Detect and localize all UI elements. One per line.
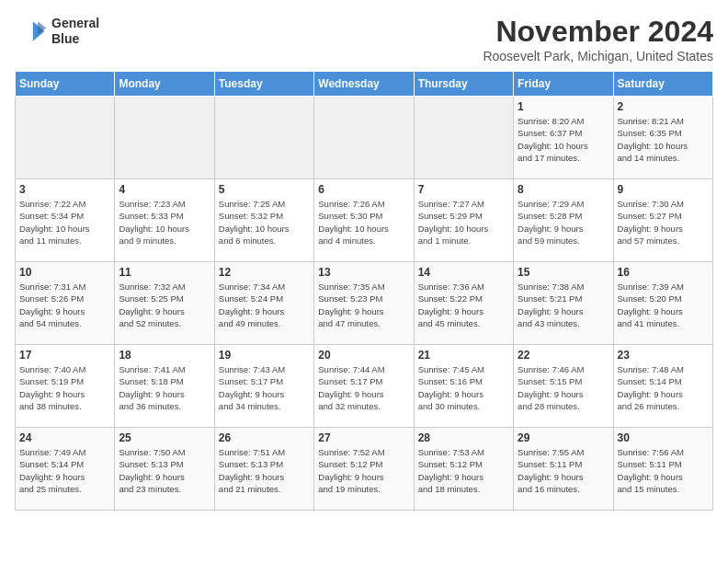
day-number: 4 <box>119 183 210 196</box>
day-number: 2 <box>618 100 709 113</box>
day-number: 15 <box>518 266 609 279</box>
calendar-cell: 22Sunrise: 7:46 AM Sunset: 5:15 PM Dayli… <box>514 345 613 428</box>
day-info: Sunrise: 7:45 AM Sunset: 5:16 PM Dayligh… <box>418 363 509 412</box>
day-info: Sunrise: 7:22 AM Sunset: 5:34 PM Dayligh… <box>19 198 110 247</box>
day-number: 13 <box>318 266 409 279</box>
header-cell-wednesday: Wednesday <box>314 72 414 97</box>
day-number: 14 <box>418 266 509 279</box>
day-info: Sunrise: 7:40 AM Sunset: 5:19 PM Dayligh… <box>19 363 110 412</box>
calendar-body: 1Sunrise: 8:20 AM Sunset: 6:37 PM Daylig… <box>16 97 713 511</box>
day-number: 26 <box>219 431 310 444</box>
calendar-cell: 17Sunrise: 7:40 AM Sunset: 5:19 PM Dayli… <box>16 345 115 428</box>
calendar-cell: 24Sunrise: 7:49 AM Sunset: 5:14 PM Dayli… <box>16 428 115 511</box>
header-cell-friday: Friday <box>514 72 613 97</box>
calendar-cell: 4Sunrise: 7:23 AM Sunset: 5:33 PM Daylig… <box>115 179 214 262</box>
day-info: Sunrise: 8:21 AM Sunset: 6:35 PM Dayligh… <box>618 115 709 164</box>
day-number: 12 <box>219 266 310 279</box>
day-number: 20 <box>318 349 409 362</box>
calendar-week-5: 24Sunrise: 7:49 AM Sunset: 5:14 PM Dayli… <box>16 428 713 511</box>
day-number: 6 <box>318 183 409 196</box>
calendar-week-2: 3Sunrise: 7:22 AM Sunset: 5:34 PM Daylig… <box>16 179 713 262</box>
day-number: 9 <box>618 183 709 196</box>
calendar-cell <box>115 97 214 179</box>
calendar-cell: 20Sunrise: 7:44 AM Sunset: 5:17 PM Dayli… <box>314 345 414 428</box>
day-info: Sunrise: 7:35 AM Sunset: 5:23 PM Dayligh… <box>318 281 409 329</box>
calendar-cell <box>16 97 115 179</box>
calendar-cell: 19Sunrise: 7:43 AM Sunset: 5:17 PM Dayli… <box>214 345 313 428</box>
calendar-cell: 25Sunrise: 7:50 AM Sunset: 5:13 PM Dayli… <box>115 428 214 511</box>
calendar-cell: 2Sunrise: 8:21 AM Sunset: 6:35 PM Daylig… <box>613 97 712 179</box>
calendar-week-1: 1Sunrise: 8:20 AM Sunset: 6:37 PM Daylig… <box>16 97 713 179</box>
day-info: Sunrise: 7:23 AM Sunset: 5:33 PM Dayligh… <box>119 198 210 247</box>
header-cell-sunday: Sunday <box>16 72 115 97</box>
day-info: Sunrise: 7:44 AM Sunset: 5:17 PM Dayligh… <box>318 363 409 412</box>
day-info: Sunrise: 7:41 AM Sunset: 5:18 PM Dayligh… <box>119 363 210 412</box>
calendar-cell: 11Sunrise: 7:32 AM Sunset: 5:25 PM Dayli… <box>115 262 214 345</box>
calendar-header-row: SundayMondayTuesdayWednesdayThursdayFrid… <box>16 72 713 97</box>
day-number: 27 <box>318 431 409 444</box>
header-cell-tuesday: Tuesday <box>214 72 313 97</box>
day-info: Sunrise: 7:55 AM Sunset: 5:11 PM Dayligh… <box>518 446 609 495</box>
calendar-cell: 13Sunrise: 7:35 AM Sunset: 5:23 PM Dayli… <box>314 262 414 345</box>
calendar-cell: 29Sunrise: 7:55 AM Sunset: 5:11 PM Dayli… <box>514 428 613 511</box>
logo-text: General Blue <box>51 16 99 47</box>
day-info: Sunrise: 7:30 AM Sunset: 5:27 PM Dayligh… <box>618 198 709 247</box>
calendar-subtitle: Roosevelt Park, Michigan, United States <box>483 49 713 63</box>
calendar-cell: 26Sunrise: 7:51 AM Sunset: 5:13 PM Dayli… <box>214 428 313 511</box>
calendar-cell <box>314 97 414 179</box>
day-info: Sunrise: 7:29 AM Sunset: 5:28 PM Dayligh… <box>518 198 609 247</box>
calendar-title: November 2024 <box>483 15 713 49</box>
calendar-week-4: 17Sunrise: 7:40 AM Sunset: 5:19 PM Dayli… <box>16 345 713 428</box>
calendar-cell: 12Sunrise: 7:34 AM Sunset: 5:24 PM Dayli… <box>214 262 313 345</box>
day-number: 1 <box>518 100 609 113</box>
calendar-cell: 30Sunrise: 7:56 AM Sunset: 5:11 PM Dayli… <box>613 428 712 511</box>
logo-icon <box>15 15 48 48</box>
day-info: Sunrise: 7:25 AM Sunset: 5:32 PM Dayligh… <box>219 198 310 247</box>
header-cell-thursday: Thursday <box>414 72 513 97</box>
day-number: 5 <box>219 183 310 196</box>
calendar-week-3: 10Sunrise: 7:31 AM Sunset: 5:26 PM Dayli… <box>16 262 713 345</box>
day-info: Sunrise: 7:56 AM Sunset: 5:11 PM Dayligh… <box>618 446 709 495</box>
day-number: 22 <box>518 349 609 362</box>
header-cell-saturday: Saturday <box>613 72 712 97</box>
day-number: 28 <box>418 431 509 444</box>
day-info: Sunrise: 7:27 AM Sunset: 5:29 PM Dayligh… <box>418 198 509 247</box>
day-number: 24 <box>19 431 110 444</box>
day-number: 25 <box>119 431 210 444</box>
logo: General Blue <box>15 15 99 48</box>
day-info: Sunrise: 7:39 AM Sunset: 5:20 PM Dayligh… <box>618 281 709 329</box>
day-number: 30 <box>618 431 709 444</box>
day-info: Sunrise: 7:43 AM Sunset: 5:17 PM Dayligh… <box>219 363 310 412</box>
day-number: 16 <box>618 266 709 279</box>
calendar-cell: 21Sunrise: 7:45 AM Sunset: 5:16 PM Dayli… <box>414 345 513 428</box>
calendar-cell: 14Sunrise: 7:36 AM Sunset: 5:22 PM Dayli… <box>414 262 513 345</box>
calendar-table: SundayMondayTuesdayWednesdayThursdayFrid… <box>15 71 713 511</box>
header-cell-monday: Monday <box>115 72 214 97</box>
calendar-cell: 23Sunrise: 7:48 AM Sunset: 5:14 PM Dayli… <box>613 345 712 428</box>
calendar-cell: 6Sunrise: 7:26 AM Sunset: 5:30 PM Daylig… <box>314 179 414 262</box>
calendar-cell: 5Sunrise: 7:25 AM Sunset: 5:32 PM Daylig… <box>214 179 313 262</box>
day-info: Sunrise: 7:46 AM Sunset: 5:15 PM Dayligh… <box>518 363 609 412</box>
calendar-cell: 27Sunrise: 7:52 AM Sunset: 5:12 PM Dayli… <box>314 428 414 511</box>
day-info: Sunrise: 8:20 AM Sunset: 6:37 PM Dayligh… <box>518 115 609 164</box>
day-info: Sunrise: 7:34 AM Sunset: 5:24 PM Dayligh… <box>219 281 310 329</box>
title-section: November 2024 Roosevelt Park, Michigan, … <box>483 15 713 63</box>
day-number: 19 <box>219 349 310 362</box>
day-info: Sunrise: 7:38 AM Sunset: 5:21 PM Dayligh… <box>518 281 609 329</box>
day-info: Sunrise: 7:32 AM Sunset: 5:25 PM Dayligh… <box>119 281 210 329</box>
calendar-cell: 16Sunrise: 7:39 AM Sunset: 5:20 PM Dayli… <box>613 262 712 345</box>
day-number: 3 <box>19 183 110 196</box>
calendar-cell <box>214 97 313 179</box>
day-number: 18 <box>119 349 210 362</box>
calendar-cell: 10Sunrise: 7:31 AM Sunset: 5:26 PM Dayli… <box>16 262 115 345</box>
calendar-cell: 8Sunrise: 7:29 AM Sunset: 5:28 PM Daylig… <box>514 179 613 262</box>
day-info: Sunrise: 7:36 AM Sunset: 5:22 PM Dayligh… <box>418 281 509 329</box>
day-number: 23 <box>618 349 709 362</box>
calendar-cell: 1Sunrise: 8:20 AM Sunset: 6:37 PM Daylig… <box>514 97 613 179</box>
day-number: 29 <box>518 431 609 444</box>
day-info: Sunrise: 7:51 AM Sunset: 5:13 PM Dayligh… <box>219 446 310 495</box>
day-info: Sunrise: 7:53 AM Sunset: 5:12 PM Dayligh… <box>418 446 509 495</box>
calendar-cell: 7Sunrise: 7:27 AM Sunset: 5:29 PM Daylig… <box>414 179 513 262</box>
day-info: Sunrise: 7:49 AM Sunset: 5:14 PM Dayligh… <box>19 446 110 495</box>
page-header: General Blue November 2024 Roosevelt Par… <box>15 15 713 63</box>
